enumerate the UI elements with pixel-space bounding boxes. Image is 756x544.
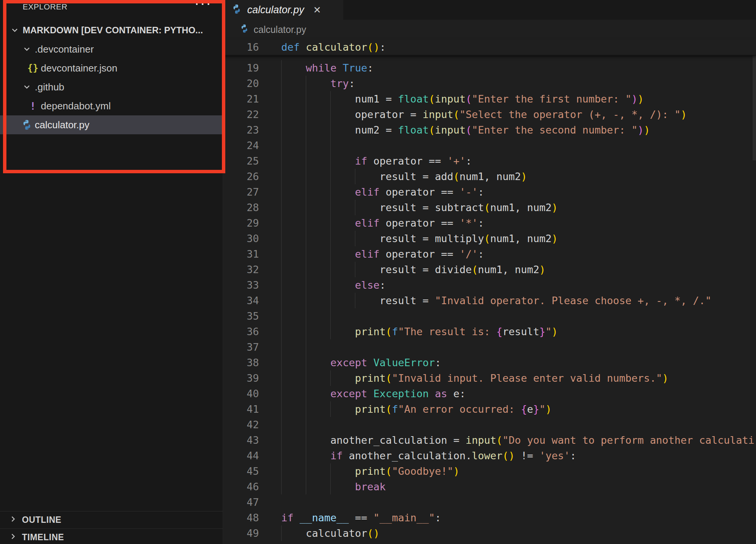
section-outline[interactable]: OUTLINE [0, 511, 223, 528]
code-line-36[interactable]: 36 print(f"The result is: {result}") [223, 324, 756, 339]
code-text[interactable]: calculator() [281, 525, 756, 541]
code-text[interactable]: else: [281, 277, 756, 293]
code-line-39[interactable]: 39 print("Invalid input. Please enter va… [223, 370, 756, 386]
code-text[interactable]: num2 = float(input("Enter the second num… [281, 122, 756, 138]
code-line-48[interactable]: 48if __name__ == "__main__": [223, 510, 756, 525]
line-number: 28 [223, 200, 259, 215]
code-line-43[interactable]: 43 another_calculation = input("Do you w… [223, 432, 756, 448]
code-text[interactable]: result = multiply(num1, num2) [281, 231, 756, 246]
token: ) [644, 124, 650, 136]
code-text[interactable]: print("Invalid input. Please enter valid… [281, 370, 756, 386]
code-line-44[interactable]: 44 if another_calculation.lower() != 'ye… [223, 448, 756, 463]
tree-item-devcontainer-json[interactable]: {}devcontainer.json [0, 59, 223, 78]
code-line-28[interactable]: 28 result = subtract(num1, num2) [223, 200, 756, 215]
indent-guide [330, 479, 331, 494]
breadcrumb-item[interactable]: calculator.py [254, 24, 306, 35]
code-text[interactable] [281, 417, 756, 432]
code-text[interactable]: result = add(num1, num2) [281, 169, 756, 184]
code-text[interactable]: result = divide(num1, num2) [281, 262, 756, 277]
code-line-31[interactable]: 31 elif operator == '/': [223, 246, 756, 262]
code-text[interactable]: num1 = float(input("Enter the first numb… [281, 91, 756, 107]
token: num2 = [281, 124, 398, 136]
code-text[interactable]: print(f"An error occurred: {e}") [281, 401, 756, 417]
token: e [527, 403, 533, 415]
tree-item--devcontainer[interactable]: .devcontainer [0, 40, 223, 59]
code-line-26[interactable]: 26 result = add(num1, num2) [223, 169, 756, 184]
code-text[interactable]: print("Goodbye!") [281, 463, 756, 479]
code-line-19[interactable]: 19 while True: [223, 60, 756, 76]
code-line-29[interactable]: 29 elif operator == '*': [223, 215, 756, 231]
token: ( [386, 403, 392, 415]
line-number: 20 [223, 76, 259, 91]
code-line-38[interactable]: 38 except ValueError: [223, 355, 756, 370]
code-line-45[interactable]: 45 print("Goodbye!") [223, 463, 756, 479]
tab-calculator-py[interactable]: calculator.py ✕ [223, 0, 343, 20]
section-timeline[interactable]: TIMELINE [0, 528, 223, 544]
code-text[interactable]: if __name__ == "__main__": [281, 510, 756, 525]
code-text[interactable]: elif operator == '*': [281, 215, 756, 231]
code-line-30[interactable]: 30 result = multiply(num1, num2) [223, 231, 756, 246]
code-text[interactable]: operator = input("Select the operator (+… [281, 107, 756, 122]
code-text[interactable]: except ValueError: [281, 355, 756, 370]
code-text[interactable] [281, 138, 756, 153]
tree-item--github[interactable]: .github [0, 78, 223, 96]
code-text[interactable]: except Exception as e: [281, 386, 756, 401]
code-text[interactable]: elif operator == '/': [281, 246, 756, 262]
code-text[interactable]: elif operator == '-': [281, 184, 756, 200]
chevron-down-icon[interactable] [8, 26, 21, 34]
code-line-33[interactable]: 33 else: [223, 277, 756, 293]
code-line-49[interactable]: 49 calculator() [223, 525, 756, 541]
code-line-47[interactable]: 47 [223, 494, 756, 510]
code-line-20[interactable]: 20 try: [223, 76, 756, 91]
code-text[interactable]: def calculator(): [281, 39, 756, 55]
line-number: 21 [223, 91, 259, 107]
code-line-32[interactable]: 32 result = divide(num1, num2) [223, 262, 756, 277]
code-line-34[interactable]: 34 result = "Invalid operator. Please ch… [223, 293, 756, 308]
close-icon[interactable]: ✕ [313, 5, 321, 16]
code-text[interactable]: result = subtract(num1, num2) [281, 200, 756, 215]
token: ( [502, 450, 508, 462]
tree-item-markdown-dev-container-pytho-[interactable]: MARKDOWN [DEV CONTAINER: PYTHO... [0, 21, 223, 40]
code-text[interactable]: print(f"The result is: {result}") [281, 324, 756, 339]
code-line-22[interactable]: 22 operator = input("Select the operator… [223, 107, 756, 122]
indent-guide [281, 339, 282, 355]
tree-item-calculator-py[interactable]: calculator.py [0, 115, 223, 134]
code-line-46[interactable]: 46 break [223, 479, 756, 494]
vertical-scrollbar[interactable] [753, 39, 756, 160]
chevron-right-icon[interactable] [9, 532, 17, 543]
token: print [355, 403, 386, 415]
chevron-down-icon[interactable] [20, 83, 33, 91]
code-text[interactable]: if operator == '+': [281, 153, 756, 169]
code-line-25[interactable]: 25 if operator == '+': [223, 153, 756, 169]
tree-item-dependabot-yml[interactable]: !dependabot.yml [0, 96, 223, 115]
breadcrumb[interactable]: calculator.py [223, 20, 756, 39]
code-text[interactable]: result = "Invalid operator. Please choos… [281, 293, 756, 308]
chevron-down-icon[interactable] [20, 45, 33, 53]
code-text[interactable]: another_calculation = input("Do you want… [281, 432, 756, 448]
token: : [435, 357, 441, 368]
code-text[interactable]: if another_calculation.lower() != 'yes': [281, 448, 756, 463]
code-line-42[interactable]: 42 [223, 417, 756, 432]
code-line-50[interactable]: 50 [223, 541, 756, 544]
code-viewport[interactable]: 19 while True:20 try:21 num1 = float(inp… [223, 56, 756, 544]
code-line-40[interactable]: 40 except Exception as e: [223, 386, 756, 401]
sticky-scroll-line[interactable]: 16def calculator(): [223, 39, 756, 56]
code-text[interactable]: break [281, 479, 756, 494]
code-text[interactable]: while True: [281, 60, 756, 76]
code-line-21[interactable]: 21 num1 = float(input("Enter the first n… [223, 91, 756, 107]
code-text[interactable] [281, 339, 756, 355]
code-line-sticky-16[interactable]: 16def calculator(): [223, 39, 756, 55]
code-line-35[interactable]: 35 [223, 308, 756, 324]
code-line-27[interactable]: 27 elif operator == '-': [223, 184, 756, 200]
code-line-41[interactable]: 41 print(f"An error occurred: {e}") [223, 401, 756, 417]
code-line-24[interactable]: 24 [223, 138, 756, 153]
chevron-right-icon[interactable] [9, 515, 17, 525]
code-line-37[interactable]: 37 [223, 339, 756, 355]
code-line-23[interactable]: 23 num2 = float(input("Enter the second … [223, 122, 756, 138]
code-text[interactable]: try: [281, 76, 756, 91]
code-text[interactable] [281, 494, 756, 510]
code-text[interactable] [281, 308, 756, 324]
token: input [466, 434, 496, 446]
more-actions-icon[interactable]: ··· [194, 0, 212, 12]
code-text[interactable] [281, 541, 756, 544]
